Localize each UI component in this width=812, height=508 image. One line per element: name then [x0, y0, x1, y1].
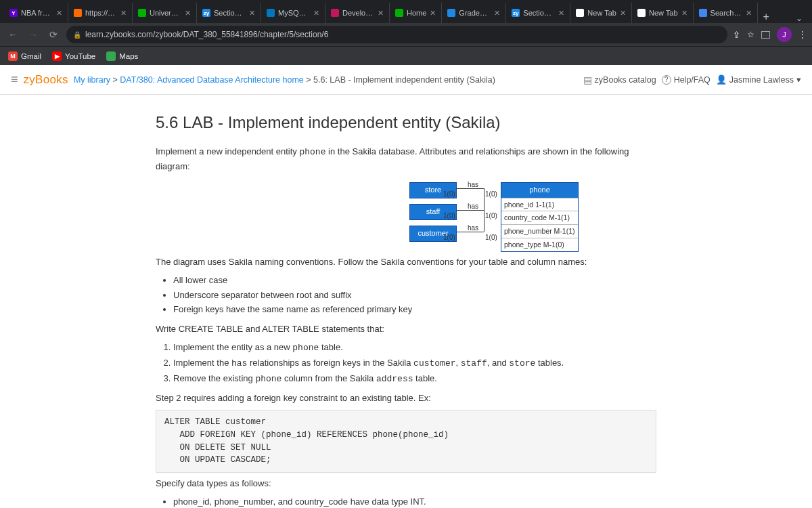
datatypes-intro: Specify data types as follows:	[156, 477, 656, 491]
favicon-icon	[395, 9, 403, 17]
close-tab-icon[interactable]: ✕	[249, 9, 255, 18]
phone-attr: phone_id 1-1(1)	[501, 198, 578, 211]
browser-tab[interactable]: New Tab✕	[570, 3, 632, 23]
user-menu[interactable]: 👤Jasmine Lawless ▾	[716, 75, 801, 85]
favicon-icon	[637, 9, 646, 17]
steps-list: Implement the entity as a new phone tabl…	[173, 341, 656, 386]
hamburger-menu-icon[interactable]: ≡	[11, 72, 18, 87]
list-item: Foreign keys have the same name as refer…	[173, 303, 656, 317]
lock-icon: 🔒	[73, 31, 81, 39]
close-tab-icon[interactable]: ✕	[620, 9, 626, 18]
breadcrumb: My library > DAT/380: Advanced Database …	[74, 75, 495, 85]
browser-tab[interactable]: zySection 2.1 -✕	[197, 3, 261, 23]
bookmark-item[interactable]: ▶YouTube	[52, 51, 95, 61]
close-tab-icon[interactable]: ✕	[558, 9, 564, 18]
tab-title: https://portal	[85, 9, 117, 17]
phone-attr: phone_number M-1(1)	[501, 224, 578, 238]
bookmark-favicon-icon	[106, 51, 116, 61]
tab-title: Developing S	[342, 9, 374, 17]
bookmarks-bar: MGmail▶YouTubeMaps	[0, 46, 812, 65]
close-tab-icon[interactable]: ✕	[681, 9, 687, 18]
favicon-icon: Y	[9, 9, 18, 17]
favicon-icon: zy	[202, 9, 210, 17]
breadcrumb-library[interactable]: My library	[74, 75, 110, 85]
zybooks-header: ≡ zyBooks My library > DAT/380: Advanced…	[0, 65, 812, 95]
favicon-icon: zy	[512, 9, 520, 17]
intro-paragraph: Implement a new independent entity phone…	[156, 145, 656, 174]
favicon-icon	[74, 9, 82, 17]
conventions-list: All lower case Underscore separator betw…	[173, 274, 656, 317]
window-icon[interactable]	[761, 31, 770, 39]
new-tab-button[interactable]: +	[758, 11, 775, 23]
page-title: 5.6 LAB - Implement independent entity (…	[156, 110, 656, 135]
page-scroll-area[interactable]: 5.6 LAB - Implement independent entity (…	[0, 95, 812, 508]
tab-title: New Tab	[587, 9, 616, 17]
er-diagram: store staff customer has has has 1(0) 1(…	[247, 182, 565, 243]
bookmark-label: Maps	[119, 52, 138, 60]
sql-code-example: ALTER TABLE customer ADD FOREIGN KEY (ph…	[156, 410, 656, 473]
close-tab-icon[interactable]: ✕	[313, 9, 319, 18]
step2-requirement: Step 2 requires adding a foreign key con…	[156, 391, 656, 406]
tab-title: Section 5.6	[523, 9, 555, 17]
list-item: Implement the entity as a new phone tabl…	[173, 341, 656, 356]
browser-tab[interactable]: University of✕	[133, 3, 197, 23]
help-link[interactable]: ?Help/FAQ	[662, 75, 710, 85]
list-item: Remove the existing phone column from th…	[173, 372, 656, 387]
bookmark-item[interactable]: MGmail	[8, 51, 41, 61]
list-item: Underscore separator between root and su…	[173, 289, 656, 303]
close-tab-icon[interactable]: ✕	[746, 9, 752, 18]
tab-title: MySQL :: My	[278, 9, 310, 17]
tab-title: Gradebook	[459, 9, 491, 17]
reload-button[interactable]: ⟳	[46, 29, 61, 40]
browser-tab[interactable]: New Tab✕	[632, 3, 694, 23]
zybooks-logo[interactable]: zyBooks	[24, 73, 68, 87]
close-tab-icon[interactable]: ✕	[494, 9, 500, 18]
browser-tab[interactable]: Developing S✕	[325, 3, 390, 23]
favicon-icon	[267, 9, 275, 17]
back-button[interactable]: ←	[5, 29, 20, 40]
bookmark-item[interactable]: Maps	[106, 51, 138, 61]
kebab-menu-icon[interactable]: ⋮	[798, 30, 807, 39]
tab-title: New Tab	[649, 9, 678, 17]
catalog-link[interactable]: ▤zyBooks catalog	[583, 75, 656, 85]
profile-avatar[interactable]: J	[777, 27, 792, 42]
lab-content: 5.6 LAB - Implement independent entity (…	[156, 95, 656, 508]
address-bar[interactable]: 🔒 learn.zybooks.com/zybook/DAT_380_55841…	[66, 26, 727, 43]
datatypes-list: phone_id, phone_number, and country_code…	[173, 495, 656, 508]
browser-tab[interactable]: YNBA free age✕	[4, 3, 68, 23]
conventions-intro: The diagram uses Sakila naming conventio…	[156, 255, 656, 270]
bookmark-star-icon[interactable]: ☆	[747, 30, 754, 39]
favicon-icon	[138, 9, 146, 17]
entity-phone: phone phone_id 1-1(1) country_code M-1(1…	[501, 182, 579, 252]
tab-title: Section 2.1 -	[214, 9, 246, 17]
close-tab-icon[interactable]: ✕	[56, 9, 62, 18]
browser-tab[interactable]: https://portal✕	[68, 3, 133, 23]
write-intro: Write CREATE TABLE and ALTER TABLE state…	[156, 322, 656, 337]
bookmark-favicon-icon: ▶	[52, 51, 62, 61]
bookmark-label: YouTube	[65, 52, 95, 60]
tab-overflow-button[interactable]: ⌄	[790, 14, 808, 23]
browser-tab[interactable]: zySection 5.6✕	[506, 3, 570, 23]
list-item: Implement the has relationships as forei…	[173, 356, 656, 371]
tab-title: University of	[150, 9, 181, 17]
close-tab-icon[interactable]: ✕	[378, 9, 384, 18]
browser-tab[interactable]: Search result✕	[694, 3, 758, 23]
forward-button[interactable]: →	[26, 29, 41, 40]
share-icon[interactable]: ⇪	[733, 30, 740, 40]
close-tab-icon[interactable]: ✕	[185, 9, 191, 18]
browser-tab[interactable]: Home✕	[390, 3, 442, 23]
bookmark-favicon-icon: M	[8, 51, 18, 61]
phone-attr: phone_type M-1(0)	[501, 238, 578, 251]
favicon-icon	[331, 9, 339, 17]
tab-title: Home	[407, 9, 426, 17]
browser-tab[interactable]: Gradebook✕	[442, 3, 506, 23]
entity-phone-header: phone	[501, 183, 578, 198]
browser-toolbar: ← → ⟳ 🔒 learn.zybooks.com/zybook/DAT_380…	[0, 23, 812, 46]
breadcrumb-course[interactable]: DAT/380: Advanced Database Architecture …	[120, 75, 303, 85]
catalog-icon: ▤	[583, 75, 592, 85]
list-item: phone_id, phone_number, and country_code…	[173, 495, 656, 508]
list-item: All lower case	[173, 274, 656, 288]
close-tab-icon[interactable]: ✕	[430, 9, 436, 18]
browser-tab[interactable]: MySQL :: My✕	[261, 3, 325, 23]
close-tab-icon[interactable]: ✕	[120, 9, 127, 18]
